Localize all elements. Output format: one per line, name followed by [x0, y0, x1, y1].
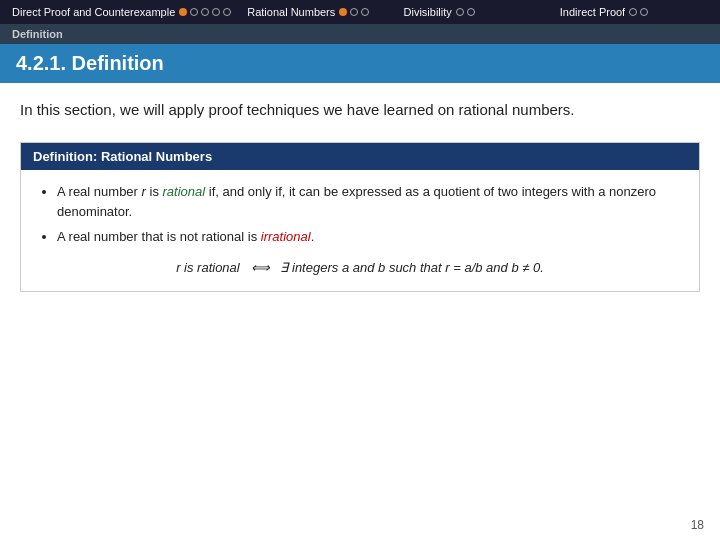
- nav-section-divisibility[interactable]: Divisibility: [400, 4, 556, 20]
- section-title-bar: 4.2.1. Definition: [0, 44, 720, 83]
- math-b-neq: b: [511, 260, 518, 275]
- main-content: In this section, we will apply proof tec…: [0, 83, 720, 308]
- nav-dots-indirect: [629, 8, 648, 16]
- nav-dots-divisibility: [456, 8, 475, 16]
- intro-paragraph: In this section, we will apply proof tec…: [20, 99, 700, 122]
- dot-i2: [640, 8, 648, 16]
- nav-section-title-direct-proof: Direct Proof and Counterexample: [12, 6, 175, 18]
- dot-3: [201, 8, 209, 16]
- dot-4: [212, 8, 220, 16]
- definition-header-text: Definition: Rational Numbers: [33, 149, 212, 164]
- nav-dots-rational: [339, 8, 369, 16]
- bullet2-post: .: [311, 229, 315, 244]
- definition-content: A real number r is rational if, and only…: [21, 170, 699, 291]
- bullet1-pre: A real number: [57, 184, 142, 199]
- math-a: a: [342, 260, 349, 275]
- math-formula-line: r is rational ⟺ ∃ integers a and b such …: [37, 258, 683, 279]
- page-number: 18: [691, 518, 704, 532]
- definition-box: Definition: Rational Numbers A real numb…: [20, 142, 700, 292]
- math-r-eq: r: [445, 260, 449, 275]
- nav-section-title-indirect: Indirect Proof: [560, 6, 625, 18]
- definition-bullet-1: A real number r is rational if, and only…: [57, 182, 683, 224]
- math-fraction: a/b: [464, 260, 482, 275]
- nav-section-direct-proof[interactable]: Direct Proof and Counterexample: [8, 4, 243, 20]
- dot-r2: [350, 8, 358, 16]
- nav-dots-direct-proof: [179, 8, 231, 16]
- definition-bullet-2: A real number that is not rational is ir…: [57, 227, 683, 248]
- dot-r3: [361, 8, 369, 16]
- dot-d2: [467, 8, 475, 16]
- sub-header-text: Definition: [12, 28, 63, 40]
- nav-section-rational-numbers[interactable]: Rational Numbers: [243, 4, 399, 20]
- dot-d1: [456, 8, 464, 16]
- page-number-text: 18: [691, 518, 704, 532]
- bullet1-keyword: rational: [163, 184, 206, 199]
- bullet2-keyword: irrational: [261, 229, 311, 244]
- dot-2: [190, 8, 198, 16]
- section-title: 4.2.1. Definition: [16, 52, 164, 74]
- bullet2-pre: A real number that is not rational is: [57, 229, 261, 244]
- math-formula: r: [176, 260, 180, 275]
- dot-r1: [339, 8, 347, 16]
- nav-section-indirect-proof[interactable]: Indirect Proof: [556, 4, 712, 20]
- math-b: b: [378, 260, 385, 275]
- top-navigation: Direct Proof and Counterexample Rational…: [0, 0, 720, 24]
- sub-header: Definition: [0, 24, 720, 44]
- nav-section-title-divisibility: Divisibility: [404, 6, 452, 18]
- dot-i1: [629, 8, 637, 16]
- dot-5: [223, 8, 231, 16]
- definition-header: Definition: Rational Numbers: [21, 143, 699, 170]
- dot-1: [179, 8, 187, 16]
- nav-section-title-rational: Rational Numbers: [247, 6, 335, 18]
- bullet1-mid: is: [146, 184, 163, 199]
